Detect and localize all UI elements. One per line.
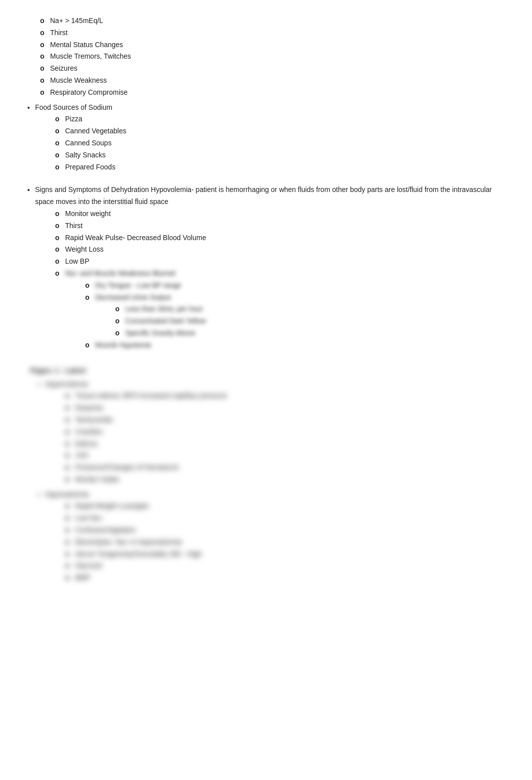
food-sources-item: Food Sources of Sodium Pizza Canned Vege…	[35, 102, 512, 173]
list-item: Thirst	[55, 220, 512, 232]
blurred-item: Serum Tongenicity/Osmolality 280 - High	[65, 548, 512, 560]
list-item: Respiratory Compromise	[40, 87, 512, 99]
list-item: Na+ > 145mEq/L	[40, 15, 512, 27]
food-sources-sublist: Pizza Canned Vegetables Canned Soups Sal…	[35, 113, 512, 173]
list-item: Seizures	[40, 63, 512, 75]
list-item: Mental Status Changes	[40, 39, 512, 51]
list-item: Prepared Foods	[55, 161, 512, 173]
blurred-item: Electrolytes- Na+ in Hyponatremia	[65, 536, 512, 548]
spacer	[35, 176, 512, 181]
blurred-item: Tachycardia	[65, 414, 512, 426]
list-item: Thirst	[40, 27, 512, 39]
blurred-main-list: Hypervolemia Tissue edema- BPH increased…	[30, 378, 512, 584]
blurred-sublist: Dry Tongue - Low BP range Decreased Urin…	[65, 280, 512, 351]
blurred-item: Tissue edema- BPH increased capillary pr…	[65, 390, 512, 402]
dehydration-label: Signs and Symptoms of Dehydration Hypovo…	[35, 185, 492, 206]
blurred-item: Concentrated Dark Yellow	[115, 315, 512, 327]
list-item-blurred: Na+ and Muscle Weakness Blurred Dry Tong…	[55, 268, 512, 351]
dehydration-item: Signs and Symptoms of Dehydration Hypovo…	[35, 184, 512, 351]
list-item: Muscle Weakness	[40, 75, 512, 87]
blurred-hypo-section: Rapid Weight Loss/gain Low Na+ Confusion…	[45, 500, 512, 584]
blurred-text: Na+ and Muscle Weakness Blurred	[65, 269, 175, 277]
blurred-sub-section: Tissue edema- BPH increased capillary pr…	[45, 390, 512, 485]
hypernatremia-sublist: Na+ > 145mEq/L Thirst Mental Status Chan…	[20, 15, 512, 99]
blurred-item: Dyspnea	[65, 402, 512, 414]
blurred-item: JVD	[65, 450, 512, 462]
blurred-item: Monitor intake	[65, 474, 512, 486]
blurred-item: Edema	[65, 438, 512, 450]
blurred-item: Low Na+	[65, 512, 512, 524]
blurred-sub-item: Dry Tongue - Low BP range	[85, 280, 512, 292]
list-item: Canned Soups	[55, 137, 512, 149]
blurred-list-item: Hyponatremia Rapid Weight Loss/gain Low …	[45, 489, 512, 584]
blurred-item: Presence/Changes of Hematocrit	[65, 462, 512, 474]
blurred-item: Crackles	[65, 426, 512, 438]
blurred-item: Less than 30mL per hour	[115, 303, 512, 315]
list-item: Pizza	[55, 113, 512, 125]
dehydration-sublist: Monitor weight Thirst Rapid Weak Pulse- …	[35, 208, 512, 351]
blurred-item: Glycosol	[65, 560, 512, 572]
hypernatremia-section: Na+ > 145mEq/L Thirst Mental Status Chan…	[20, 15, 512, 99]
list-item: Rapid Weak Pulse- Decreased Blood Volume	[55, 232, 512, 244]
blurred-bottom-section: Pages: 1 - Latest Hypervolemia Tissue ed…	[20, 366, 512, 584]
blurred-item: Specific Gravity Above	[115, 327, 512, 339]
list-item: Low BP	[55, 256, 512, 268]
blurred-item: BMP	[65, 572, 512, 584]
list-item: Muscle Tremors, Twitches	[40, 51, 512, 63]
list-item: Salty Snacks	[55, 149, 512, 161]
blurred-item: Rapid Weight Loss/gain	[65, 500, 512, 512]
food-sources-label: Food Sources of Sodium	[35, 103, 112, 111]
list-item: Monitor weight	[55, 208, 512, 220]
list-item: Canned Vegetables	[55, 125, 512, 137]
list-item: Weight Loss	[55, 244, 512, 256]
blurred-deep-list: Less than 30mL per hour Concentrated Dar…	[95, 303, 512, 339]
blurred-sub-item: Decreased Urine Output Less than 30mL pe…	[85, 292, 512, 339]
blurred-item: Confusion/Agitation	[65, 524, 512, 536]
blurred-page-label: Pages: 1 - Latest	[30, 366, 512, 374]
blurred-list-item: Hypervolemia Tissue edema- BPH increased…	[45, 378, 512, 486]
main-content-list: Na+ > 145mEq/L Thirst Mental Status Chan…	[20, 15, 512, 351]
blurred-sub-item: Muscle Hypotonia	[85, 339, 512, 351]
